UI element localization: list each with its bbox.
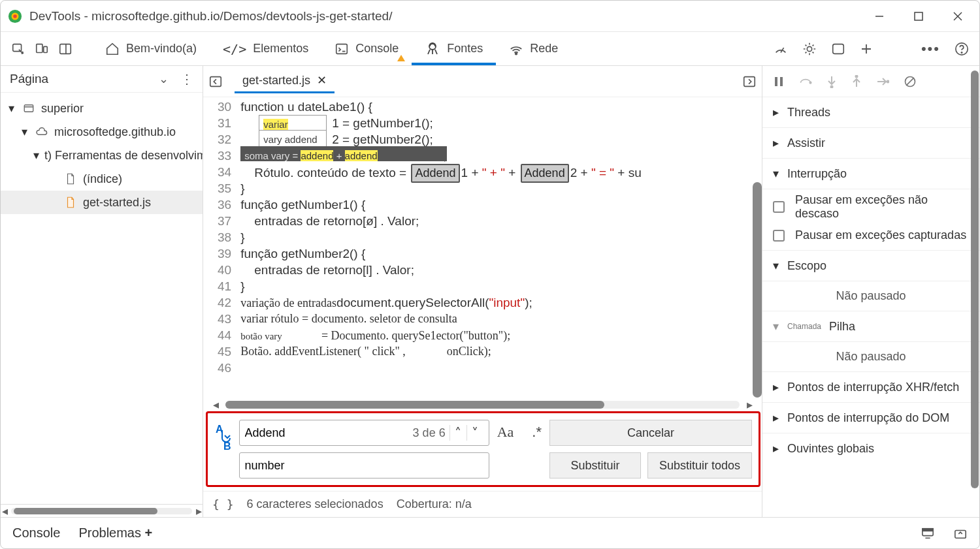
replace-toggle-icon[interactable]: A B — [214, 420, 231, 456]
section-xhr[interactable]: ▸Pontos de interrupção XHR/fetch — [762, 372, 979, 403]
svg-rect-30 — [780, 77, 783, 86]
section-threads[interactable]: ▸Threads — [762, 97, 979, 128]
maximize-button[interactable] — [909, 7, 928, 26]
main-tabbar: Bem-vindo(a) </> Elementos Console Fonte… — [1, 32, 979, 66]
find-input[interactable] — [245, 426, 413, 440]
more-icon[interactable]: ••• — [921, 40, 940, 57]
section-dom[interactable]: ▸Pontos de interrupção do DOM — [762, 403, 979, 433]
code-line: botão vary= Documento. querySe1ector("bu… — [240, 327, 762, 343]
navigator-hscroll[interactable]: ◂ ▸ — [1, 504, 203, 517]
tree-root[interactable]: ▾ superior — [1, 97, 203, 120]
tree-file-selected[interactable]: get-started.js — [1, 191, 203, 214]
deactivate-breakpoints-icon[interactable] — [904, 75, 917, 88]
code-line: } — [240, 278, 762, 294]
drawer-problems-tab[interactable]: Problemas + — [78, 525, 152, 541]
inspect-icon[interactable] — [11, 42, 25, 56]
tree-folder[interactable]: ▾ t) Ferramentas de desenvolvimento — [1, 144, 203, 167]
pause-icon[interactable] — [773, 76, 785, 87]
cloud-icon — [35, 127, 49, 137]
code-line: entradas de retorno[ø] . Valor; — [240, 213, 762, 229]
help-icon[interactable] — [955, 42, 969, 56]
section-watch[interactable]: ▸Assistir — [762, 128, 979, 159]
section-scope[interactable]: ▾Escopo — [762, 251, 979, 281]
tree-label: (índice) — [83, 172, 122, 186]
drawer-console-tab[interactable]: Console — [12, 525, 60, 541]
tree-domain[interactable]: ▾ microsoftedge.github.io — [1, 120, 203, 144]
replace-input[interactable] — [245, 459, 483, 473]
tab-network[interactable]: Rede — [496, 32, 571, 65]
editor-vscroll[interactable] — [753, 182, 762, 398]
tree-label: superior — [41, 102, 84, 116]
js-file-icon — [63, 196, 78, 208]
pause-uncaught-checkbox[interactable]: Pausar em exceções não descaso — [762, 189, 979, 225]
drawer-expand-icon[interactable] — [953, 527, 968, 540]
tab-welcome[interactable]: Bem-vindo(a) — [92, 32, 210, 65]
code-line: entradas de retorno[l] . Valor; — [240, 262, 762, 278]
find-prev-icon[interactable]: ˄ — [449, 425, 466, 441]
app-icon — [7, 8, 23, 24]
svg-point-33 — [831, 86, 833, 87]
device-icon[interactable] — [35, 42, 49, 56]
svg-rect-20 — [833, 44, 844, 54]
match-case-toggle[interactable]: Aa — [497, 424, 514, 441]
panel-icon[interactable] — [831, 42, 845, 56]
svg-rect-41 — [923, 528, 933, 531]
svg-point-35 — [856, 75, 858, 77]
svg-rect-12 — [336, 44, 348, 54]
cancel-button[interactable]: Cancelar — [549, 420, 752, 446]
minimize-button[interactable] — [870, 7, 889, 26]
tab-console[interactable]: Console — [321, 32, 412, 65]
editor-hscroll[interactable]: ◂ ▸ — [203, 398, 762, 411]
page-vscroll[interactable] — [971, 71, 979, 488]
settings-gear-icon[interactable] — [802, 42, 817, 56]
step-into-icon[interactable] — [826, 75, 837, 88]
line-gutter: 3031323334353637383940414243444546 — [203, 97, 240, 398]
pretty-print-icon[interactable]: { } — [212, 497, 234, 511]
svg-rect-28 — [744, 76, 755, 86]
step-icon[interactable] — [876, 76, 889, 87]
selection-status: 6 caracteres selecionados — [247, 497, 384, 511]
svg-rect-29 — [775, 77, 777, 86]
scope-not-paused: Não pausado — [762, 281, 979, 311]
svg-point-24 — [961, 52, 962, 52]
code-view[interactable]: 3031323334353637383940414243444546 funct… — [203, 97, 762, 398]
add-tab-icon[interactable] — [860, 42, 873, 55]
editor-tab[interactable]: get-started.js ✕ — [235, 69, 335, 93]
svg-line-15 — [435, 50, 437, 54]
section-listeners[interactable]: ▸Ouvintes globais — [762, 433, 979, 463]
chevron-down-icon[interactable]: ⌄ — [159, 72, 169, 86]
step-over-icon[interactable] — [799, 76, 812, 87]
tree-index[interactable]: (índice) — [1, 167, 203, 191]
editor-statusbar: { } 6 caracteres selecionados Cobertura:… — [203, 491, 762, 517]
tab-elements[interactable]: </> Elementos — [210, 32, 321, 65]
navigator-more-icon[interactable]: ⋮ — [180, 71, 193, 87]
code-line: Rótulo. conteúdo de texto = Addend1 + " … — [240, 164, 762, 180]
toggle-debugger-icon[interactable] — [742, 74, 757, 89]
close-tab-icon[interactable]: ✕ — [317, 73, 327, 87]
svg-point-31 — [809, 82, 811, 84]
regex-toggle[interactable]: .* — [532, 424, 542, 441]
code-line: function u dateLabe1() { — [240, 99, 762, 115]
tab-label: Fontes — [447, 42, 483, 55]
code-line: função getNumber2() { — [240, 245, 762, 262]
toggle-navigator-icon[interactable] — [208, 74, 223, 89]
tab-sources[interactable]: Fontes — [412, 32, 496, 65]
section-pause[interactable]: ▾Interrupção — [762, 159, 979, 189]
svg-rect-27 — [210, 76, 221, 86]
file-tree[interactable]: ▾ superior ▾ microsoftedge.github.io ▾ t… — [1, 93, 203, 504]
drawer-computed-icon[interactable] — [921, 527, 935, 540]
close-button[interactable] — [948, 7, 968, 26]
code-line: Botão. addEventListener( " click" , onCl… — [240, 343, 762, 360]
replace-button[interactable]: Substituir — [549, 452, 641, 478]
section-callstack[interactable]: ▾ChamadaPilha — [762, 311, 979, 342]
find-next-icon[interactable]: ˅ — [466, 425, 483, 441]
performance-icon[interactable] — [774, 42, 788, 56]
replace-all-button[interactable]: Substituir todos — [647, 452, 752, 478]
pause-caught-checkbox[interactable]: Pausar em exceções capturadas — [762, 225, 979, 251]
svg-point-37 — [887, 80, 889, 82]
code-line: função getNumber1() { — [240, 196, 762, 213]
code-line: } — [240, 180, 762, 196]
dock-icon[interactable] — [58, 42, 73, 56]
step-out-icon[interactable] — [851, 75, 862, 88]
code-line — [240, 360, 762, 376]
